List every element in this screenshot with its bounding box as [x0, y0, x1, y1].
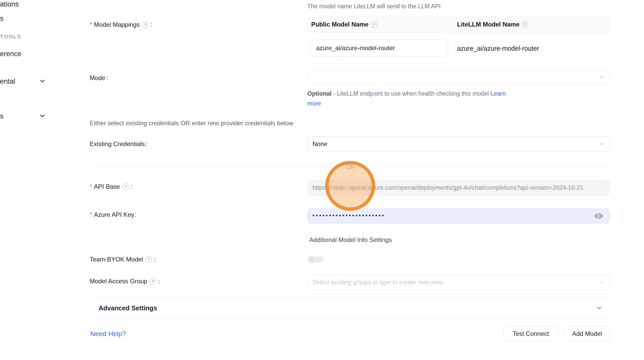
learn-more-link[interactable]: Learn: [490, 90, 506, 97]
litellm-model-name-value: azure_ai/azure-model-router: [457, 33, 539, 64]
divider-line: [90, 240, 304, 240]
sidebar-item-label: erence: [0, 50, 22, 58]
api-base-input[interactable]: https://<test>.openai.azure.com/openai/d…: [307, 180, 610, 196]
api-base-label: * API Base ? :: [90, 182, 133, 191]
sidebar-item-truncated-2[interactable]: s: [0, 15, 4, 23]
divider-line: [90, 167, 340, 167]
existing-credentials-select[interactable]: None: [307, 136, 610, 152]
credentials-note: Either select existing credentials OR en…: [90, 120, 293, 127]
sidebar-item-label: s: [0, 112, 4, 120]
chevron-down-icon: [599, 74, 604, 80]
team-byok-label: Team-BYOK Model ? :: [90, 255, 156, 264]
mode-label: Mode :: [90, 74, 108, 82]
chevron-down-icon: [599, 141, 604, 147]
public-model-name-input[interactable]: [310, 40, 448, 57]
additional-info-divider: Additional Model Info Settings: [90, 235, 611, 245]
test-connect-button[interactable]: Test Connect: [503, 326, 558, 341]
sidebar-item-truncated-3[interactable]: erence: [0, 50, 22, 58]
team-byok-toggle[interactable]: [307, 256, 324, 263]
azure-api-key-input[interactable]: ••••••••••••••••••••••: [307, 208, 610, 224]
masked-api-key: ••••••••••••••••••••••: [313, 213, 385, 218]
help-icon[interactable]: ?: [522, 21, 528, 28]
sidebar-section-label: TOOLS: [0, 34, 21, 40]
sidebar-item-truncated-5[interactable]: s: [0, 112, 4, 120]
column-header-public-model-name: Public Model Name ?: [307, 16, 453, 33]
toggle-knob: [307, 255, 315, 264]
model-access-group-placeholder: Select existing groups or type to create…: [313, 279, 443, 286]
required-asterisk: *: [90, 211, 92, 219]
sidebar-item-label: ental: [0, 77, 15, 85]
help-icon[interactable]: ?: [142, 22, 148, 28]
help-icon[interactable]: ?: [149, 278, 156, 285]
add-model-button[interactable]: Add Model: [564, 326, 610, 341]
model-mapping-table-header: Public Model Name ? LiteLLM Model Name ?: [307, 16, 610, 33]
column-header-litellm-model-name: LiteLLM Model Name ?: [453, 16, 530, 33]
learn-more-link[interactable]: more: [307, 100, 321, 107]
chevron-down-icon: [596, 305, 603, 311]
mode-help-line2: more: [307, 100, 321, 107]
model-mapping-table-row: azure_ai/azure-model-router: [307, 33, 610, 64]
existing-credentials-value: None: [313, 140, 327, 148]
model-name-help-text: The model name LiteLLM will send to the …: [307, 3, 441, 10]
mode-select[interactable]: [307, 70, 610, 84]
required-asterisk: *: [90, 182, 92, 191]
sidebar-section-tools: TOOLS: [0, 34, 21, 40]
mode-help-line1: Optional - LiteLLM endpoint to use when …: [307, 90, 506, 97]
model-access-group-select[interactable]: Select existing groups or type to create…: [307, 275, 610, 290]
model-mapping-table: Public Model Name ? LiteLLM Model Name ?…: [307, 16, 610, 64]
divider-line: [361, 167, 611, 167]
sidebar-item-truncated-4[interactable]: ental: [0, 77, 15, 86]
model-access-group-label: Model Access Group ? :: [90, 277, 160, 285]
divider-line: [398, 240, 611, 240]
help-icon[interactable]: ?: [371, 21, 377, 28]
required-asterisk: *: [90, 21, 92, 29]
sidebar-item-truncated-1[interactable]: ations: [0, 0, 19, 8]
add-model-form-panel: The model name LiteLLM will send to the …: [79, 0, 622, 358]
existing-credentials-label: Existing Credentials :: [90, 140, 147, 148]
chevron-down-icon: [39, 78, 46, 84]
or-divider-label: OR: [340, 163, 361, 171]
advanced-settings-title: Advanced Settings: [99, 304, 596, 312]
additional-info-divider-label: Additional Model Info Settings: [304, 236, 398, 244]
or-divider: OR: [90, 162, 611, 172]
eye-icon[interactable]: [594, 213, 603, 219]
chevron-down-icon: [599, 279, 604, 285]
help-icon[interactable]: ?: [122, 184, 129, 190]
help-icon[interactable]: ?: [145, 256, 152, 263]
sidebar-item-label: s: [0, 15, 4, 22]
advanced-settings-panel[interactable]: Advanced Settings: [90, 297, 611, 319]
api-base-value: https://<test>.openai.azure.com/openai/d…: [313, 184, 583, 191]
sidebar-item-label: ations: [0, 0, 19, 8]
model-mappings-label: * Model Mappings ? :: [90, 21, 152, 29]
chevron-down-icon: [39, 113, 46, 119]
sidebar: ations s TOOLS erence ental s: [0, 0, 79, 360]
need-help-link[interactable]: Need Help?: [90, 330, 126, 338]
azure-api-key-label: * Azure API Key :: [90, 211, 137, 219]
